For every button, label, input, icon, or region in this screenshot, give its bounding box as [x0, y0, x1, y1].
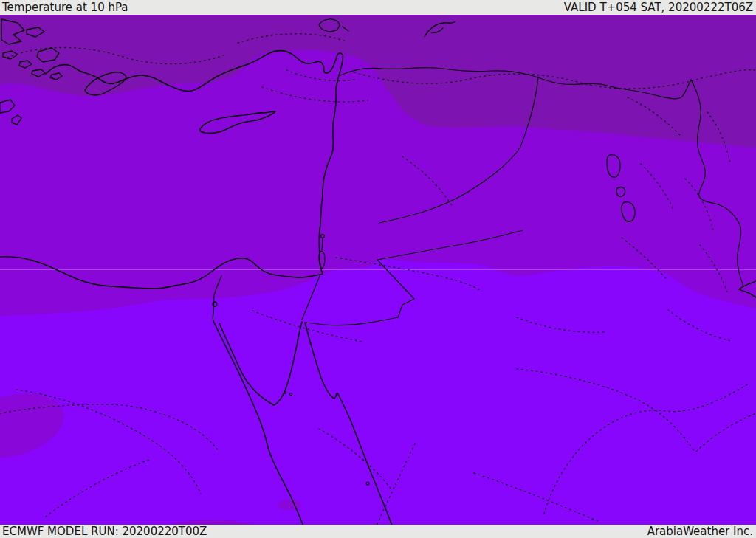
map-canvas — [0, 15, 756, 525]
valid-time-label: VALID T+054 SAT, 20200222T06Z — [564, 0, 753, 15]
brand-label: ArabiaWeather Inc. — [647, 525, 753, 538]
header-bar: Temperature at 10 hPa VALID T+054 SAT, 2… — [0, 0, 756, 15]
map-title: Temperature at 10 hPa — [2, 0, 128, 15]
footer-bar: ECMWF MODEL RUN: 20200220T00Z ArabiaWeat… — [0, 525, 756, 538]
temperature-map — [0, 15, 756, 525]
temp-pocket-small — [278, 500, 301, 510]
weather-map-page: { "header": { "title": "Temperature at 1… — [0, 0, 756, 538]
model-run-label: ECMWF MODEL RUN: 20200220T00Z — [2, 525, 207, 538]
